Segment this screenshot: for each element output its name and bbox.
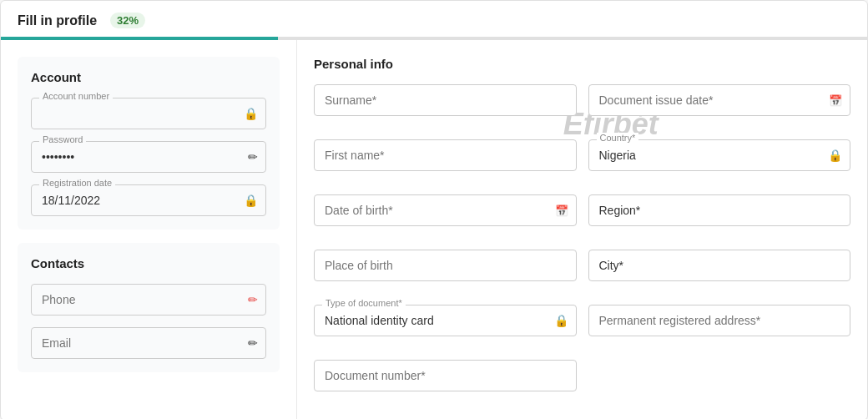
account-number-group: Account number 🔒 bbox=[31, 98, 266, 129]
account-section: Account Account number 🔒 Password ✏ Regi… bbox=[18, 57, 280, 230]
region-select[interactable]: Region* bbox=[588, 194, 851, 226]
phone-input[interactable] bbox=[31, 284, 266, 316]
type-of-doc-label: Type of document* bbox=[322, 298, 406, 308]
country-label: Country* bbox=[597, 133, 639, 143]
page-wrapper: Fill in profile 32% Account Account numb… bbox=[0, 0, 868, 419]
doc-number-input[interactable] bbox=[314, 360, 577, 391]
page-header: Fill in profile 32% bbox=[1, 1, 867, 28]
doc-number-group bbox=[314, 360, 577, 391]
registration-date-label: Registration date bbox=[39, 178, 115, 188]
right-panel: Personal info Efirbét 📅 Country* bbox=[297, 40, 867, 419]
main-content: Account Account number 🔒 Password ✏ Regi… bbox=[1, 40, 867, 419]
account-number-label: Account number bbox=[39, 91, 113, 101]
account-number-input[interactable] bbox=[31, 98, 266, 129]
personal-info-form: 📅 Country* 🔒 📅 Regi bbox=[314, 84, 850, 403]
personal-info-title: Personal info bbox=[314, 57, 850, 71]
city-select[interactable]: City* bbox=[588, 250, 851, 281]
password-input[interactable] bbox=[31, 141, 266, 173]
dob-group: 📅 bbox=[314, 194, 577, 226]
dob-input[interactable] bbox=[314, 194, 577, 226]
email-group: ✏ bbox=[31, 327, 266, 359]
email-input[interactable] bbox=[31, 327, 266, 359]
type-of-doc-input[interactable] bbox=[314, 305, 577, 336]
perm-address-input[interactable] bbox=[588, 305, 851, 336]
progress-badge: 32% bbox=[110, 13, 145, 28]
contacts-title: Contacts bbox=[31, 256, 266, 270]
city-group: City* bbox=[588, 250, 851, 281]
empty-cell bbox=[588, 360, 851, 403]
password-label: Password bbox=[39, 134, 86, 144]
phone-group: ✏ bbox=[31, 284, 266, 316]
doc-issue-date-input[interactable] bbox=[588, 84, 851, 116]
page-title: Fill in profile bbox=[18, 13, 97, 28]
region-group: Region* bbox=[588, 194, 851, 226]
registration-date-group: Registration date 🔒 bbox=[31, 184, 266, 216]
first-name-group bbox=[314, 139, 577, 171]
password-group: Password ✏ bbox=[31, 141, 266, 173]
place-of-birth-group bbox=[314, 250, 577, 281]
place-of-birth-input[interactable] bbox=[314, 250, 577, 281]
type-of-doc-group: Type of document* 🔒 bbox=[314, 305, 577, 336]
surname-input[interactable] bbox=[314, 84, 577, 116]
contacts-section: Contacts ✏ ✏ bbox=[18, 243, 280, 372]
country-input[interactable] bbox=[588, 139, 851, 171]
first-name-input[interactable] bbox=[314, 139, 577, 171]
doc-issue-date-group: 📅 bbox=[588, 84, 851, 116]
country-group: Country* 🔒 bbox=[588, 139, 851, 171]
perm-address-group bbox=[588, 305, 851, 336]
account-title: Account bbox=[31, 70, 266, 84]
left-panel: Account Account number 🔒 Password ✏ Regi… bbox=[1, 40, 297, 419]
surname-group bbox=[314, 84, 577, 116]
registration-date-input[interactable] bbox=[31, 184, 266, 216]
